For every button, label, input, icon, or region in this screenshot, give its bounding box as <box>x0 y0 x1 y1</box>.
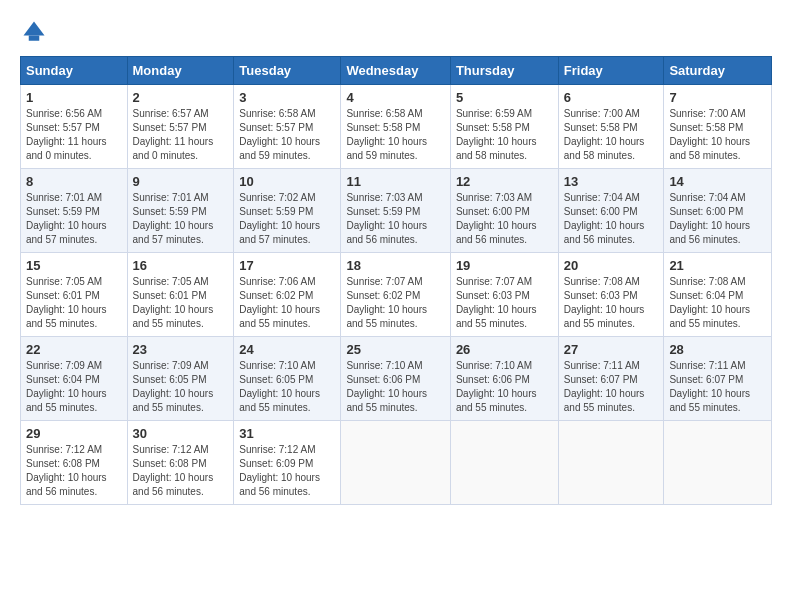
calendar-cell: 15Sunrise: 7:05 AM Sunset: 6:01 PM Dayli… <box>21 253 128 337</box>
day-number: 5 <box>456 90 553 105</box>
header <box>20 18 772 46</box>
calendar-cell: 13Sunrise: 7:04 AM Sunset: 6:00 PM Dayli… <box>558 169 664 253</box>
day-number: 27 <box>564 342 659 357</box>
calendar-cell: 22Sunrise: 7:09 AM Sunset: 6:04 PM Dayli… <box>21 337 128 421</box>
day-number: 15 <box>26 258 122 273</box>
day-number: 14 <box>669 174 766 189</box>
week-row-4: 22Sunrise: 7:09 AM Sunset: 6:04 PM Dayli… <box>21 337 772 421</box>
day-info: Sunrise: 6:57 AM Sunset: 5:57 PM Dayligh… <box>133 107 229 163</box>
day-info: Sunrise: 7:12 AM Sunset: 6:08 PM Dayligh… <box>26 443 122 499</box>
calendar-cell: 23Sunrise: 7:09 AM Sunset: 6:05 PM Dayli… <box>127 337 234 421</box>
calendar-cell: 11Sunrise: 7:03 AM Sunset: 5:59 PM Dayli… <box>341 169 450 253</box>
day-info: Sunrise: 7:10 AM Sunset: 6:06 PM Dayligh… <box>346 359 444 415</box>
day-info: Sunrise: 7:08 AM Sunset: 6:04 PM Dayligh… <box>669 275 766 331</box>
day-number: 18 <box>346 258 444 273</box>
day-number: 20 <box>564 258 659 273</box>
calendar-cell <box>558 421 664 505</box>
svg-rect-1 <box>29 36 40 41</box>
day-number: 3 <box>239 90 335 105</box>
day-number: 11 <box>346 174 444 189</box>
day-info: Sunrise: 7:04 AM Sunset: 6:00 PM Dayligh… <box>669 191 766 247</box>
day-number: 4 <box>346 90 444 105</box>
header-cell-wednesday: Wednesday <box>341 57 450 85</box>
day-info: Sunrise: 7:10 AM Sunset: 6:06 PM Dayligh… <box>456 359 553 415</box>
calendar-cell: 7Sunrise: 7:00 AM Sunset: 5:58 PM Daylig… <box>664 85 772 169</box>
calendar-cell: 9Sunrise: 7:01 AM Sunset: 5:59 PM Daylig… <box>127 169 234 253</box>
calendar-cell: 16Sunrise: 7:05 AM Sunset: 6:01 PM Dayli… <box>127 253 234 337</box>
calendar-cell: 27Sunrise: 7:11 AM Sunset: 6:07 PM Dayli… <box>558 337 664 421</box>
day-info: Sunrise: 7:08 AM Sunset: 6:03 PM Dayligh… <box>564 275 659 331</box>
calendar-cell: 24Sunrise: 7:10 AM Sunset: 6:05 PM Dayli… <box>234 337 341 421</box>
day-info: Sunrise: 7:11 AM Sunset: 6:07 PM Dayligh… <box>564 359 659 415</box>
day-number: 6 <box>564 90 659 105</box>
day-info: Sunrise: 7:10 AM Sunset: 6:05 PM Dayligh… <box>239 359 335 415</box>
calendar-cell: 20Sunrise: 7:08 AM Sunset: 6:03 PM Dayli… <box>558 253 664 337</box>
day-number: 21 <box>669 258 766 273</box>
calendar-cell: 5Sunrise: 6:59 AM Sunset: 5:58 PM Daylig… <box>450 85 558 169</box>
calendar-cell: 8Sunrise: 7:01 AM Sunset: 5:59 PM Daylig… <box>21 169 128 253</box>
day-number: 23 <box>133 342 229 357</box>
day-info: Sunrise: 7:07 AM Sunset: 6:03 PM Dayligh… <box>456 275 553 331</box>
calendar-cell: 25Sunrise: 7:10 AM Sunset: 6:06 PM Dayli… <box>341 337 450 421</box>
day-number: 2 <box>133 90 229 105</box>
day-number: 22 <box>26 342 122 357</box>
day-info: Sunrise: 7:01 AM Sunset: 5:59 PM Dayligh… <box>26 191 122 247</box>
calendar-cell: 19Sunrise: 7:07 AM Sunset: 6:03 PM Dayli… <box>450 253 558 337</box>
day-info: Sunrise: 6:58 AM Sunset: 5:57 PM Dayligh… <box>239 107 335 163</box>
day-number: 28 <box>669 342 766 357</box>
day-info: Sunrise: 7:00 AM Sunset: 5:58 PM Dayligh… <box>669 107 766 163</box>
day-info: Sunrise: 7:12 AM Sunset: 6:09 PM Dayligh… <box>239 443 335 499</box>
day-info: Sunrise: 7:09 AM Sunset: 6:05 PM Dayligh… <box>133 359 229 415</box>
logo <box>20 18 52 46</box>
header-cell-monday: Monday <box>127 57 234 85</box>
page: SundayMondayTuesdayWednesdayThursdayFrid… <box>0 0 792 517</box>
day-number: 8 <box>26 174 122 189</box>
calendar-cell: 2Sunrise: 6:57 AM Sunset: 5:57 PM Daylig… <box>127 85 234 169</box>
day-info: Sunrise: 7:03 AM Sunset: 5:59 PM Dayligh… <box>346 191 444 247</box>
calendar-cell: 3Sunrise: 6:58 AM Sunset: 5:57 PM Daylig… <box>234 85 341 169</box>
week-row-3: 15Sunrise: 7:05 AM Sunset: 6:01 PM Dayli… <box>21 253 772 337</box>
header-cell-thursday: Thursday <box>450 57 558 85</box>
calendar-cell: 12Sunrise: 7:03 AM Sunset: 6:00 PM Dayli… <box>450 169 558 253</box>
calendar-header: SundayMondayTuesdayWednesdayThursdayFrid… <box>21 57 772 85</box>
week-row-5: 29Sunrise: 7:12 AM Sunset: 6:08 PM Dayli… <box>21 421 772 505</box>
day-number: 7 <box>669 90 766 105</box>
day-info: Sunrise: 6:58 AM Sunset: 5:58 PM Dayligh… <box>346 107 444 163</box>
calendar-body: 1Sunrise: 6:56 AM Sunset: 5:57 PM Daylig… <box>21 85 772 505</box>
day-number: 17 <box>239 258 335 273</box>
calendar-cell: 21Sunrise: 7:08 AM Sunset: 6:04 PM Dayli… <box>664 253 772 337</box>
week-row-1: 1Sunrise: 6:56 AM Sunset: 5:57 PM Daylig… <box>21 85 772 169</box>
header-cell-friday: Friday <box>558 57 664 85</box>
day-number: 29 <box>26 426 122 441</box>
calendar-cell: 1Sunrise: 6:56 AM Sunset: 5:57 PM Daylig… <box>21 85 128 169</box>
logo-icon <box>20 18 48 46</box>
day-info: Sunrise: 7:09 AM Sunset: 6:04 PM Dayligh… <box>26 359 122 415</box>
day-number: 30 <box>133 426 229 441</box>
day-info: Sunrise: 7:03 AM Sunset: 6:00 PM Dayligh… <box>456 191 553 247</box>
calendar-cell: 31Sunrise: 7:12 AM Sunset: 6:09 PM Dayli… <box>234 421 341 505</box>
day-number: 16 <box>133 258 229 273</box>
day-number: 13 <box>564 174 659 189</box>
calendar-cell: 6Sunrise: 7:00 AM Sunset: 5:58 PM Daylig… <box>558 85 664 169</box>
calendar-cell: 30Sunrise: 7:12 AM Sunset: 6:08 PM Dayli… <box>127 421 234 505</box>
day-number: 9 <box>133 174 229 189</box>
day-number: 12 <box>456 174 553 189</box>
header-row: SundayMondayTuesdayWednesdayThursdayFrid… <box>21 57 772 85</box>
calendar-cell: 18Sunrise: 7:07 AM Sunset: 6:02 PM Dayli… <box>341 253 450 337</box>
day-info: Sunrise: 7:00 AM Sunset: 5:58 PM Dayligh… <box>564 107 659 163</box>
header-cell-tuesday: Tuesday <box>234 57 341 85</box>
week-row-2: 8Sunrise: 7:01 AM Sunset: 5:59 PM Daylig… <box>21 169 772 253</box>
calendar-cell: 29Sunrise: 7:12 AM Sunset: 6:08 PM Dayli… <box>21 421 128 505</box>
day-number: 1 <box>26 90 122 105</box>
day-number: 19 <box>456 258 553 273</box>
calendar-cell <box>341 421 450 505</box>
day-info: Sunrise: 7:02 AM Sunset: 5:59 PM Dayligh… <box>239 191 335 247</box>
header-cell-sunday: Sunday <box>21 57 128 85</box>
day-info: Sunrise: 6:56 AM Sunset: 5:57 PM Dayligh… <box>26 107 122 163</box>
day-info: Sunrise: 7:06 AM Sunset: 6:02 PM Dayligh… <box>239 275 335 331</box>
day-info: Sunrise: 7:12 AM Sunset: 6:08 PM Dayligh… <box>133 443 229 499</box>
calendar-cell: 4Sunrise: 6:58 AM Sunset: 5:58 PM Daylig… <box>341 85 450 169</box>
calendar-cell <box>450 421 558 505</box>
calendar-cell <box>664 421 772 505</box>
day-number: 26 <box>456 342 553 357</box>
